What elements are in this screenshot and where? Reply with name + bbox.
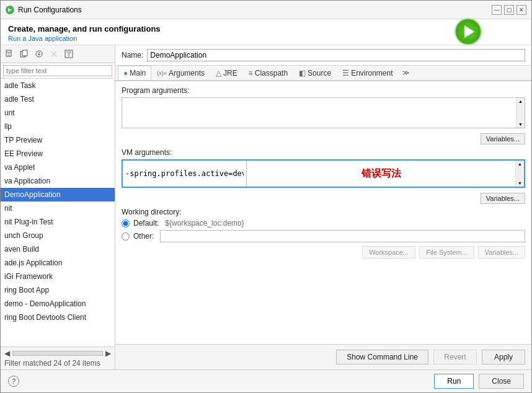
vm-input-row: 错误写法 ▲ ▼ xyxy=(122,159,525,188)
apply-button[interactable]: Apply xyxy=(482,350,525,364)
list-item[interactable]: va Application xyxy=(1,174,115,188)
header-subtitle[interactable]: Run a Java application xyxy=(8,35,524,42)
copy-config-button[interactable] xyxy=(17,47,31,61)
filter-config-button[interactable] xyxy=(62,47,76,61)
tab-main[interactable]: ● Main xyxy=(118,66,151,81)
list-item[interactable]: va Applet xyxy=(1,161,115,174)
dir-variables-button[interactable]: Variables... xyxy=(478,246,525,258)
export-config-button[interactable] xyxy=(32,47,46,61)
classpath-tab-icon: ≡ xyxy=(249,69,253,77)
list-item[interactable]: unch Group xyxy=(1,229,115,242)
vm-args-input[interactable] xyxy=(123,161,247,187)
scroll-left-icon[interactable]: ◀ xyxy=(4,349,10,358)
tab-source[interactable]: ◧ Source xyxy=(293,66,337,80)
run-button[interactable]: Run xyxy=(434,374,474,389)
program-args-wrapper: ▲ ▼ xyxy=(122,97,525,128)
vm-scroll-up-icon: ▲ xyxy=(518,162,522,166)
sidebar-toolbar xyxy=(1,45,115,63)
default-radio-label: Default: xyxy=(133,219,159,227)
show-command-line-button[interactable]: Show Command Line xyxy=(336,350,428,364)
name-row: Name: xyxy=(115,45,531,66)
vm-args-variables-button[interactable]: Variables... xyxy=(481,193,525,204)
default-radio[interactable] xyxy=(122,219,130,227)
tab-overflow[interactable]: ≫ xyxy=(399,66,414,79)
name-label: Name: xyxy=(122,51,143,60)
close-button[interactable]: ✕ xyxy=(516,5,526,15)
main-tab-icon: ● xyxy=(123,69,128,77)
minimize-button[interactable]: — xyxy=(492,5,502,15)
bottom-toolbar: Show Command Line Revert Apply xyxy=(115,344,531,369)
selected-list-item[interactable]: DemoApplication xyxy=(1,188,115,201)
run-triangle-icon xyxy=(464,25,474,38)
variables-row-1: Variables... xyxy=(122,132,525,144)
header-section: Create, manage, and run configurations R… xyxy=(1,19,531,45)
list-item[interactable]: ring Boot Devtools Client xyxy=(1,311,115,324)
maximize-button[interactable]: ▢ xyxy=(504,5,514,15)
header-title: Create, manage, and run configurations xyxy=(8,24,524,33)
title-bar-left: Run Configurations xyxy=(6,6,82,14)
dir-buttons: Workspace... File System... Variables... xyxy=(122,246,525,258)
list-item[interactable]: nit xyxy=(1,201,115,215)
workspace-button[interactable]: Workspace... xyxy=(362,246,415,258)
main-content: adle Task adle Test unt llp TP Preview E… xyxy=(1,45,531,369)
variables-row-2: Variables... xyxy=(122,192,525,204)
file-system-button[interactable]: File System... xyxy=(419,246,474,258)
arguments-tab-label: Arguments xyxy=(169,69,205,77)
list-item[interactable]: adle Test xyxy=(1,92,115,106)
window-footer: ? Run Close xyxy=(1,369,531,392)
list-item[interactable]: adle Task xyxy=(1,79,115,92)
tab-jre[interactable]: △ JRE xyxy=(210,66,243,80)
tab-classpath[interactable]: ≡ Classpath xyxy=(243,66,293,80)
scroll-right-icon[interactable]: ▶ xyxy=(105,349,111,358)
tab-content-main: Program arguments: ▲ ▼ Variables... VM a… xyxy=(115,81,531,344)
jre-tab-icon: △ xyxy=(216,69,221,77)
new-config-button[interactable] xyxy=(2,47,16,61)
revert-button[interactable]: Revert xyxy=(433,350,477,364)
name-input[interactable] xyxy=(147,49,525,61)
list-item[interactable]: ade.js Application xyxy=(1,256,115,270)
source-tab-label: Source xyxy=(308,69,331,77)
other-radio[interactable] xyxy=(122,232,130,241)
sidebar-footer: ◀ ▶ Filter matched 24 of 24 items xyxy=(1,347,115,369)
default-radio-value: ${workspace_loc:demo} xyxy=(165,219,244,227)
list-item[interactable]: iGi Framework xyxy=(1,270,115,283)
sidebar-list: adle Task adle Test unt llp TP Preview E… xyxy=(1,79,115,347)
window-title: Run Configurations xyxy=(18,6,82,14)
svg-marker-0 xyxy=(8,8,12,12)
scroll-up-icon: ▲ xyxy=(518,99,523,104)
filter-box xyxy=(1,63,115,79)
run-icon-button[interactable] xyxy=(454,18,482,45)
list-item[interactable]: EE Preview xyxy=(1,147,115,161)
program-args-scrollbar: ▲ ▼ xyxy=(516,98,525,128)
other-radio-label: Other: xyxy=(133,232,154,241)
delete-config-button[interactable] xyxy=(47,47,61,61)
default-radio-row: Default: ${workspace_loc:demo} xyxy=(122,219,525,227)
program-args-variables-button[interactable]: Variables... xyxy=(481,133,525,144)
list-item[interactable]: aven Build xyxy=(1,242,115,256)
list-item[interactable]: llp xyxy=(1,120,115,133)
working-dir-section: Working directory: Default: ${workspace_… xyxy=(122,208,525,258)
vm-args-area: 错误写法 ▲ ▼ xyxy=(122,159,525,188)
other-dir-input[interactable] xyxy=(160,230,525,242)
list-item[interactable]: ring Boot App xyxy=(1,283,115,297)
working-dir-label: Working directory: xyxy=(122,208,525,216)
svg-rect-6 xyxy=(22,50,27,56)
close-window-button[interactable]: Close xyxy=(479,374,524,389)
help-button[interactable]: ? xyxy=(8,376,19,387)
vm-error-label: 错误写法 xyxy=(247,161,515,187)
program-args-input[interactable] xyxy=(122,98,516,126)
list-item[interactable]: demo - DemoApplication xyxy=(1,297,115,311)
title-controls: — ▢ ✕ xyxy=(492,5,526,15)
vm-args-label: VM arguments: xyxy=(122,148,525,157)
vm-args-scrollbar: ▲ ▼ xyxy=(515,161,524,187)
filter-input[interactable] xyxy=(3,65,112,76)
other-radio-row: Other: xyxy=(122,230,525,242)
list-item[interactable]: TP Preview xyxy=(1,133,115,147)
tab-environment[interactable]: ☰ Environment xyxy=(337,66,398,80)
list-item[interactable]: nit Plug-in Test xyxy=(1,215,115,229)
tab-arguments[interactable]: (x)= Arguments xyxy=(151,66,210,80)
list-item[interactable]: unt xyxy=(1,106,115,120)
tabs-bar: ● Main (x)= Arguments △ JRE ≡ Classpath … xyxy=(115,66,531,81)
source-tab-icon: ◧ xyxy=(299,69,306,77)
filter-status: Filter matched 24 of 24 items xyxy=(4,359,100,368)
